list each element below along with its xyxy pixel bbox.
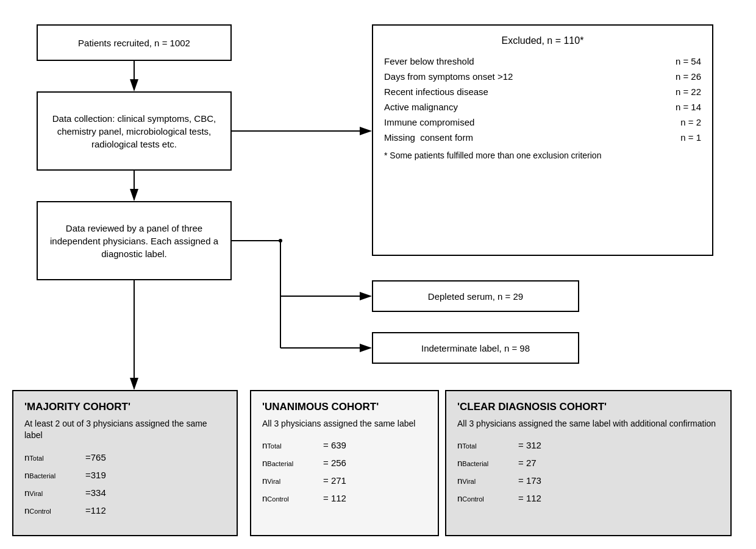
branch-point: [279, 239, 282, 243]
unanimous-stat-bacterial: nBacterial = 256: [262, 455, 427, 471]
recruited-text: Patients recruited, n = 1002: [78, 37, 190, 49]
majority-stat-bacterial: nBacterial =319: [24, 467, 226, 483]
depleted-text: Depleted serum, n = 29: [428, 290, 523, 303]
unanimous-stat-viral: nViral = 271: [262, 472, 427, 489]
majority-stat-total: nTotal =765: [24, 449, 226, 466]
excluded-label-3: Recent infectious disease: [384, 85, 488, 98]
excluded-value-3: n = 22: [676, 85, 701, 98]
excluded-row-4: Active malignancy n = 14: [384, 101, 701, 113]
excluded-value-2: n = 26: [676, 70, 701, 83]
clear-cohort-box: 'CLEAR DIAGNOSIS COHORT' All 3 physician…: [445, 390, 732, 536]
excluded-value-6: n = 1: [680, 131, 701, 144]
excluded-box: Excluded, n = 110* Fever below threshold…: [372, 24, 713, 256]
reviewed-text: Data reviewed by a panel of three indepe…: [44, 222, 224, 260]
excluded-row-1: Fever below threshold n = 54: [384, 55, 701, 68]
clear-desc: All 3 physicians assigned the same label…: [457, 418, 719, 430]
excluded-label-6: Missing consent form: [384, 131, 473, 144]
data-collection-box: Data collection: clinical symptoms, CBC,…: [37, 91, 232, 171]
excluded-row-6: Missing consent form n = 1: [384, 131, 701, 144]
clear-stat-total: nTotal = 312: [457, 437, 719, 453]
excluded-label-5: Immune compromised: [384, 116, 474, 129]
unanimous-stats: nTotal = 639 nBacterial = 256 nViral = 2…: [262, 437, 427, 506]
majority-stat-control: nControl =112: [24, 502, 226, 519]
excluded-value-5: n = 2: [680, 116, 701, 129]
clear-stat-bacterial: nBacterial = 27: [457, 455, 719, 471]
reviewed-box: Data reviewed by a panel of three indepe…: [37, 201, 232, 280]
excluded-value-1: n = 54: [676, 55, 701, 68]
excluded-row-5: Immune compromised n = 2: [384, 116, 701, 129]
unanimous-stat-total: nTotal = 639: [262, 437, 427, 453]
excluded-title: Excluded, n = 110*: [384, 34, 701, 48]
data-collection-text: Data collection: clinical symptoms, CBC,…: [44, 112, 224, 151]
excluded-label-4: Active malignancy: [384, 101, 458, 113]
unanimous-desc: All 3 physicians assigned the same label: [262, 418, 427, 430]
unanimous-title: 'UNANIMOUS COHORT': [262, 400, 427, 414]
diagram: Patients recruited, n = 1002 Data collec…: [0, 0, 756, 549]
excluded-row-2: Days from symptoms onset >12 n = 26: [384, 70, 701, 83]
majority-title: 'MAJORITY COHORT': [24, 400, 226, 414]
excluded-row-3: Recent infectious disease n = 22: [384, 85, 701, 98]
majority-stats: nTotal =765 nBacterial =319 nViral =334 …: [24, 449, 226, 519]
excluded-label-1: Fever below threshold: [384, 55, 474, 68]
clear-title: 'CLEAR DIAGNOSIS COHORT': [457, 400, 719, 414]
unanimous-stat-control: nControl = 112: [262, 490, 427, 506]
majority-desc: At least 2 out of 3 physicians assigned …: [24, 418, 226, 442]
majority-cohort-box: 'MAJORITY COHORT' At least 2 out of 3 ph…: [12, 390, 238, 536]
clear-stat-viral: nViral = 173: [457, 472, 719, 489]
indeterminate-text: Indeterminate label, n = 98: [421, 342, 530, 355]
excluded-note: * Some patients fulfilled more than one …: [384, 150, 701, 162]
recruited-box: Patients recruited, n = 1002: [37, 24, 232, 61]
excluded-label-2: Days from symptoms onset >12: [384, 70, 513, 83]
indeterminate-box: Indeterminate label, n = 98: [372, 332, 579, 364]
depleted-box: Depleted serum, n = 29: [372, 280, 579, 312]
clear-stats: nTotal = 312 nBacterial = 27 nViral = 17…: [457, 437, 719, 506]
unanimous-cohort-box: 'UNANIMOUS COHORT' All 3 physicians assi…: [250, 390, 439, 536]
clear-stat-control: nControl = 112: [457, 490, 719, 506]
majority-stat-viral: nViral =334: [24, 484, 226, 501]
excluded-value-4: n = 14: [676, 101, 701, 113]
